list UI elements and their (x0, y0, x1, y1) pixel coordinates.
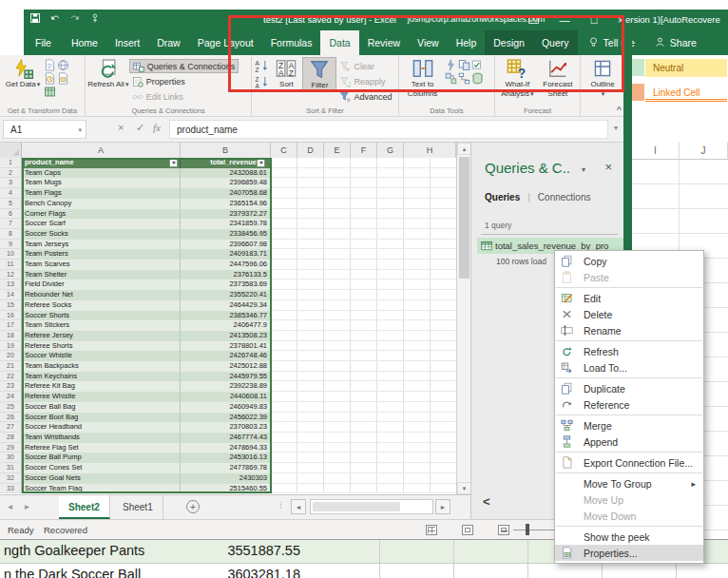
tab-data[interactable]: Data (320, 30, 358, 55)
row-number[interactable]: 26 (0, 413, 22, 423)
column-header-D[interactable]: D (297, 143, 324, 158)
cell-product-name[interactable]: Soccer Boot Bag (22, 413, 181, 423)
menu-item-properties[interactable]: Properties... (555, 545, 703, 561)
empty-cells[interactable] (271, 473, 456, 484)
row-number[interactable]: 18 (0, 331, 22, 341)
tab-review[interactable]: Review (359, 30, 409, 55)
empty-cells[interactable] (271, 188, 456, 199)
cell-product-name[interactable]: Bench Canopy (22, 199, 181, 209)
manage-data-model-icon[interactable] (471, 72, 484, 85)
cell-total-revenue[interactable]: 2413508.23 (181, 331, 271, 341)
empty-cells[interactable] (271, 422, 456, 433)
properties-ribbon-button[interactable]: Properties (129, 74, 239, 88)
row-number[interactable]: 32 (0, 473, 22, 484)
empty-cells[interactable] (271, 229, 456, 240)
ribbon-display-options-icon[interactable] (522, 10, 545, 30)
tab-page-layout[interactable]: Page Layout (189, 30, 262, 55)
refresh-all-button[interactable]: Refresh All (87, 57, 129, 89)
empty-cells[interactable] (271, 311, 456, 321)
empty-cells[interactable] (271, 351, 456, 361)
row-number[interactable]: 11 (0, 260, 22, 270)
cell-product-name[interactable]: Team Caps (22, 168, 181, 179)
from-text-csv-icon[interactable] (44, 59, 56, 71)
row-number[interactable]: 22 (0, 372, 22, 382)
row-number[interactable]: 12 (0, 270, 22, 280)
zoom-slider-handle[interactable] (526, 524, 529, 535)
menu-item-move-to-group[interactable]: Move To Group▸ (555, 475, 703, 491)
row-number[interactable]: 8 (0, 229, 22, 240)
row-number[interactable]: 17 (0, 320, 22, 331)
cell-total-revenue[interactable]: 2456022.39 (181, 413, 271, 423)
row-number[interactable]: 23 (0, 381, 22, 392)
cell-product-name[interactable]: Team Backpacks (22, 361, 181, 372)
empty-cells[interactable] (271, 260, 456, 270)
menu-item-load-to[interactable]: Load To... (555, 359, 703, 376)
pane-close-icon[interactable]: × (604, 160, 612, 174)
text-to-columns-button[interactable]: Text to Columns (401, 57, 445, 98)
row-number[interactable]: 16 (0, 311, 22, 321)
row-number[interactable]: 5 (0, 199, 22, 209)
column-header-A[interactable]: A (22, 143, 181, 158)
hscroll-left-icon[interactable]: ◄ (291, 499, 306, 514)
empty-cells[interactable] (271, 361, 456, 372)
empty-cells[interactable] (271, 392, 456, 402)
cell-product-name[interactable]: Team Shelter (22, 270, 181, 280)
tab-file[interactable]: File (24, 30, 63, 55)
cell-product-name[interactable]: Team Flags (22, 188, 181, 199)
empty-cells[interactable] (271, 178, 456, 188)
cell-total-revenue[interactable]: 2460949.83 (181, 402, 271, 413)
normal-view-icon[interactable] (426, 525, 437, 535)
tab-view[interactable]: View (409, 30, 448, 55)
from-web-icon[interactable] (57, 59, 69, 71)
remove-duplicates-icon[interactable] (458, 59, 470, 71)
cell-product-name[interactable]: Soccer Goal Nets (22, 473, 181, 484)
cell-total-revenue[interactable]: 2355220.41 (181, 290, 271, 300)
tab-insert[interactable]: Insert (106, 30, 148, 55)
tab-help[interactable]: Help (448, 30, 486, 55)
cell-product-name[interactable]: Team Keychains (22, 372, 181, 382)
menu-item-export-connection-file[interactable]: Export Connection File... (555, 454, 703, 471)
collapse-ribbon-icon[interactable]: ^ (617, 105, 622, 114)
empty-cells[interactable] (271, 199, 456, 209)
row-number[interactable]: 6 (0, 209, 22, 220)
row-number[interactable]: 9 (0, 240, 22, 250)
empty-cells[interactable] (271, 158, 456, 168)
cell-total-revenue[interactable]: 2376133.5 (181, 270, 271, 280)
empty-cells[interactable] (271, 413, 456, 423)
cell-product-name[interactable]: Team Wristbands (22, 433, 181, 443)
cell-product-name[interactable]: Team Posters (22, 249, 181, 260)
row-number[interactable]: 20 (0, 351, 22, 361)
sort-az-icon[interactable]: AZ (255, 59, 269, 73)
filter-dropdown-icon[interactable] (169, 159, 178, 167)
menu-item-copy[interactable]: Copy (555, 253, 703, 269)
cell-total-revenue[interactable]: 2392238.89 (181, 381, 271, 392)
empty-cells[interactable] (271, 219, 456, 229)
menu-item-merge[interactable]: Merge (555, 417, 703, 434)
cell-total-revenue[interactable]: 2453016.13 (181, 453, 271, 463)
consolidate-icon[interactable] (445, 72, 457, 85)
cell-product-name[interactable]: Soccer Whistle (22, 351, 181, 361)
cell-total-revenue[interactable]: 2396859.48 (181, 178, 271, 188)
cell-total-revenue[interactable]: 2515460.55 (181, 484, 271, 494)
row-number[interactable]: 29 (0, 443, 22, 453)
cell-product-name[interactable]: Referee Kit Bag (22, 381, 181, 392)
formula-enter-icon[interactable]: ✓ (136, 122, 144, 134)
empty-cells[interactable] (271, 484, 456, 494)
empty-cells[interactable] (271, 320, 456, 331)
empty-cells[interactable] (271, 453, 456, 463)
cell-product-name[interactable]: Referee Socks (22, 300, 181, 311)
row-number[interactable]: 28 (0, 433, 22, 443)
row-number[interactable]: 4 (0, 188, 22, 199)
empty-cells[interactable] (271, 209, 456, 220)
fx-icon[interactable]: fx (153, 122, 161, 133)
hscroll-right-icon[interactable]: ► (435, 499, 450, 514)
cell-product-name[interactable]: Referee Shorts (22, 341, 181, 352)
redo-icon[interactable] (69, 12, 81, 24)
pane-scroll-left-icon[interactable]: < (483, 494, 490, 509)
empty-cells[interactable] (271, 402, 456, 413)
header-cell-product-name[interactable]: product_name (22, 158, 181, 168)
cell-total-revenue[interactable]: 2447596.06 (181, 260, 271, 270)
row-number[interactable]: 2 (0, 168, 22, 179)
row-number[interactable]: 3 (0, 178, 22, 188)
row-number[interactable]: 24 (0, 392, 22, 402)
